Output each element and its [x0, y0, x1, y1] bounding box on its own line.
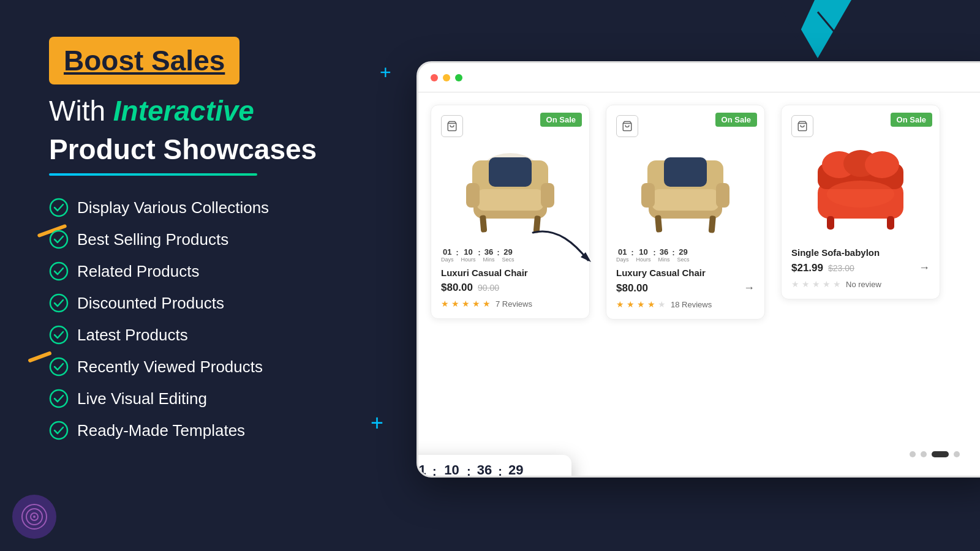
check-icon-2 [49, 230, 69, 249]
dot-3-active[interactable] [932, 451, 949, 457]
svg-point-33 [827, 181, 894, 208]
svg-point-5 [50, 358, 67, 375]
svg-rect-34 [827, 216, 834, 230]
stars-row-1: ★ ★ ★ ★ ★ 7 Reviews [441, 299, 579, 309]
countdown-small-2: 01 Days : 10 Hours : 36 Mins [616, 247, 755, 263]
feature-label-1: Display Various Collections [77, 198, 269, 217]
svg-point-39 [33, 515, 36, 518]
logo-circle [12, 495, 56, 539]
cart-icon-3[interactable] [791, 115, 813, 137]
svg-rect-35 [887, 216, 894, 230]
star-1-4: ★ [472, 299, 480, 309]
chair-beige-2-svg [630, 145, 741, 237]
review-count-3: No review [846, 280, 881, 289]
feature-item-7: Live Visual Editing [49, 389, 404, 408]
svg-rect-23 [641, 183, 655, 208]
price-row-3: $21.99 $23.00 → [791, 261, 930, 274]
svg-point-1 [50, 231, 67, 248]
feature-item-5: Latest Products [49, 325, 404, 345]
price-old-1: 90.00 [478, 283, 499, 293]
product-name-3: Single Sofa-babylon [791, 247, 930, 258]
timer-hours-sm: 10 Hours [461, 247, 476, 263]
svg-rect-15 [541, 183, 554, 208]
svg-rect-22 [652, 189, 719, 211]
svg-point-4 [50, 326, 67, 343]
headline: With Interactive [49, 94, 404, 128]
deco-triangle-dark [778, 0, 815, 40]
headline-underline [49, 173, 257, 176]
product-card-2[interactable]: On Sale [606, 105, 765, 320]
browser-dot-yellow [443, 74, 450, 81]
feature-item-6: Recently Viewed Products [49, 357, 404, 377]
cart-svg-3 [797, 121, 808, 132]
left-panel: Boost Sales With Interactive Product Sho… [49, 37, 404, 452]
star-1-2: ★ [451, 299, 459, 309]
timer-days-popup: 01 Days [418, 463, 426, 476]
on-sale-badge-2: On Sale [715, 113, 757, 127]
headline-line2: Product Showcases [49, 133, 404, 166]
timer-hours-popup: 10 Hours [443, 463, 461, 476]
timer-days-sm: 01 Days [441, 247, 454, 263]
dot-4[interactable] [954, 451, 960, 457]
boost-badge-text: Boost Sales [64, 45, 225, 77]
product-card-1[interactable]: On Sale [431, 105, 590, 319]
deco-dash-2 [28, 351, 52, 362]
feature-label-7: Live Visual Editing [77, 389, 207, 408]
stars-row-2: ★ ★ ★ ★ ★ 18 Reviews [616, 299, 755, 309]
review-count-1: 7 Reviews [496, 299, 532, 309]
feature-label-5: Latest Products [77, 326, 188, 345]
cart-icon-1[interactable] [441, 115, 463, 137]
browser-top-bar [418, 63, 980, 92]
browser-frame: On Sale [417, 61, 980, 478]
on-sale-badge-1: On Sale [540, 113, 582, 127]
boost-badge: Boost Sales [49, 37, 239, 84]
arrow-right-3: → [919, 261, 930, 274]
feature-item-8: Ready-Made Templates [49, 421, 404, 440]
feature-label-2: Best Selling Products [77, 230, 228, 249]
svg-point-7 [50, 422, 67, 439]
countdown-popup: 01 Days : 10 Hours : 36 Mins : 2 [418, 455, 571, 476]
dot-1[interactable] [910, 451, 916, 457]
browser-content: On Sale [418, 92, 980, 476]
feature-label-4: Discounted Products [77, 294, 224, 313]
feature-item-2: Best Selling Products [49, 230, 404, 249]
dot-2[interactable] [921, 451, 927, 457]
svg-rect-24 [716, 183, 729, 208]
feature-label-6: Recently Viewed Products [77, 358, 263, 377]
check-icon-3 [49, 261, 69, 281]
check-icon-6 [49, 357, 69, 377]
check-icon-7 [49, 389, 69, 408]
price-old-3: $23.00 [828, 263, 854, 273]
cart-icon-2[interactable] [616, 115, 638, 137]
star-1-1: ★ [441, 299, 449, 309]
svg-point-2 [50, 263, 67, 280]
feature-item-4: Discounted Products [49, 293, 404, 313]
cart-svg-2 [622, 121, 633, 132]
feature-label-3: Related Products [77, 262, 199, 281]
price-current-1: $80.00 [441, 282, 473, 294]
product-name-2: Luxury Casual Chair [616, 268, 755, 278]
check-icon-8 [49, 421, 69, 440]
price-row-2: $80.00 → [616, 282, 755, 294]
product-card-2-wrapper: On Sale [606, 105, 765, 463]
svg-rect-21 [664, 157, 707, 187]
product-card-3[interactable]: On Sale [781, 105, 940, 299]
timer-mins-sm: 36 Mins [483, 247, 495, 263]
right-panel: On Sale [392, 37, 980, 514]
price-current-2: $80.00 [616, 282, 648, 294]
svg-rect-13 [477, 189, 544, 211]
star-1-5: ★ [483, 299, 491, 309]
product-image-3 [791, 142, 930, 240]
browser-dot-red [431, 74, 438, 81]
svg-point-0 [50, 199, 67, 216]
cart-svg-1 [447, 121, 458, 132]
curved-arrow [527, 220, 600, 272]
stars-row-3: ★ ★ ★ ★ ★ No review [791, 279, 930, 289]
on-sale-badge-3: On Sale [891, 113, 932, 127]
arrow-svg [527, 220, 600, 269]
timer-secs-sm: 29 Secs [502, 247, 514, 263]
pagination-dots [910, 451, 960, 457]
svg-point-32 [865, 151, 899, 178]
svg-rect-14 [466, 183, 480, 208]
product-image-2 [616, 142, 755, 240]
